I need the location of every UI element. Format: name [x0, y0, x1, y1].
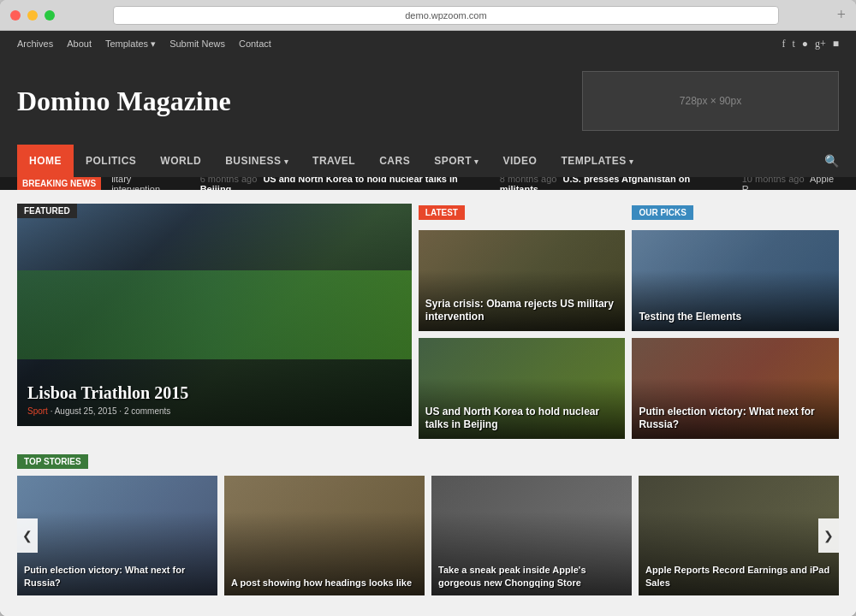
ticker-item-3: 8 months ago U.S. presses Afghanistan on…	[500, 177, 722, 190]
top-navigation: Archives About Templates ▾ Submit News C…	[0, 31, 856, 57]
submit-news-link[interactable]: Submit News	[169, 38, 225, 50]
site-header: Domino Magazine 728px × 90px	[0, 57, 856, 145]
carousel-next-button[interactable]: ❯	[818, 518, 839, 553]
nav-sport[interactable]: SPORT	[422, 145, 490, 177]
story-card-2[interactable]: A post showing how headings looks like	[224, 476, 425, 595]
ticker-item-2: 6 months ago US and North Korea to hold …	[200, 177, 479, 190]
nav-travel[interactable]: TRAVEL	[300, 145, 367, 177]
ticker-item-1: litary intervention	[111, 177, 180, 190]
ticker-item-4: 10 months ago Apple R	[742, 177, 839, 190]
carousel-prev-button[interactable]: ❮	[17, 518, 38, 553]
url-text: demo.wpzoom.com	[405, 10, 486, 21]
story-card-4[interactable]: Apple Reports Record Earnings and iPad S…	[639, 476, 839, 595]
latest-tag: LATEST	[419, 205, 465, 220]
featured-article[interactable]: FEATURED Lisboa Triathlon 2015 Sport · A…	[17, 204, 412, 426]
story-text-4: Apple Reports Record Earnings and iPad S…	[639, 557, 839, 595]
story-card-3[interactable]: Take a sneak peak inside Apple's gorgeou…	[431, 476, 632, 595]
featured-tag: FEATURED	[17, 204, 77, 218]
breaking-news-label: BREAKING NEWS	[17, 177, 101, 190]
nav-templates[interactable]: TEMPLATES	[549, 145, 645, 177]
latest-text-2: US and North Korea to hold nuclear talks…	[419, 399, 626, 439]
top-stories-tag: TOP STORIES	[17, 454, 88, 469]
nav-cars[interactable]: CARS	[367, 145, 422, 177]
twitter-icon[interactable]: t	[792, 38, 794, 50]
top-stories-section: TOP STORIES ❮ Putin election victory: Wh…	[17, 453, 839, 595]
googleplus-icon[interactable]: g+	[815, 38, 826, 50]
latest-article-1[interactable]: Syria crisis: Obama rejects US military …	[419, 230, 626, 331]
latest-column: LATEST Syria crisis: Obama rejects US mi…	[419, 204, 626, 439]
social-links: f t ● g+ ■	[782, 38, 839, 50]
main-content: FEATURED Lisboa Triathlon 2015 Sport · A…	[0, 190, 856, 616]
nav-business[interactable]: BUSINESS	[213, 145, 300, 177]
site-logo[interactable]: Domino Magazine	[17, 86, 231, 117]
ourpicks-column: OUR PICKS Testing the Elements	[632, 204, 839, 439]
nav-video[interactable]: VIDEO	[491, 145, 550, 177]
ourpicks-text-1: Testing the Elements	[632, 304, 839, 331]
new-tab-button[interactable]: +	[837, 6, 846, 24]
breaking-news-bar: BREAKING NEWS litary intervention 6 mont…	[0, 177, 856, 190]
instagram-icon[interactable]: ●	[802, 38, 808, 50]
ourpicks-article-2[interactable]: Putin election victory: What next for Ru…	[632, 338, 839, 439]
featured-meta: Sport · August 25, 2015 · 2 comments	[27, 406, 401, 416]
main-navigation: HOME POLITICS WORLD BUSINESS TRAVEL CARS…	[0, 145, 856, 177]
latest-article-2[interactable]: US and North Korea to hold nuclear talks…	[419, 338, 626, 439]
minimize-button[interactable]	[27, 10, 38, 21]
featured-caption: Lisboa Triathlon 2015 Sport · August 25,…	[17, 373, 412, 426]
contact-link[interactable]: Contact	[239, 38, 271, 50]
address-bar[interactable]: demo.wpzoom.com	[113, 6, 779, 25]
ourpicks-tag: OUR PICKS	[632, 205, 693, 220]
story-text-3: Take a sneak peak inside Apple's gorgeou…	[431, 557, 632, 595]
browser-titlebar: demo.wpzoom.com +	[0, 0, 856, 31]
rss-icon[interactable]: ■	[833, 38, 839, 50]
close-button[interactable]	[10, 10, 21, 21]
facebook-icon[interactable]: f	[782, 38, 785, 50]
nav-home[interactable]: HOME	[17, 145, 74, 177]
nav-politics[interactable]: POLITICS	[74, 145, 148, 177]
ourpicks-article-1[interactable]: Testing the Elements	[632, 230, 839, 331]
story-text-2: A post showing how headings looks like	[224, 570, 425, 595]
browser-content: Archives About Templates ▾ Submit News C…	[0, 31, 856, 616]
website: Archives About Templates ▾ Submit News C…	[0, 31, 856, 616]
featured-title[interactable]: Lisboa Triathlon 2015	[27, 383, 401, 403]
top-stories-carousel: ❮ Putin election victory: What next for …	[17, 476, 839, 595]
breaking-news-ticker: litary intervention 6 months ago US and …	[111, 177, 839, 190]
templates-link[interactable]: Templates ▾	[105, 38, 156, 50]
right-col-top: LATEST Syria crisis: Obama rejects US mi…	[419, 204, 839, 439]
about-link[interactable]: About	[67, 38, 92, 50]
right-column: LATEST Syria crisis: Obama rejects US mi…	[419, 204, 839, 439]
story-card-1[interactable]: Putin election victory: What next for Ru…	[17, 476, 217, 595]
story-text-1: Putin election victory: What next for Ru…	[17, 557, 217, 595]
search-icon[interactable]: 🔍	[824, 154, 839, 169]
latest-text-1: Syria crisis: Obama rejects US military …	[419, 291, 626, 331]
header-advertisement: 728px × 90px	[582, 71, 839, 131]
featured-row: FEATURED Lisboa Triathlon 2015 Sport · A…	[17, 204, 839, 439]
top-nav-links: Archives About Templates ▾ Submit News C…	[17, 38, 271, 50]
browser-window: demo.wpzoom.com + Archives About Templat…	[0, 0, 856, 616]
ourpicks-text-2: Putin election victory: What next for Ru…	[632, 399, 839, 439]
nav-world[interactable]: WORLD	[148, 145, 213, 177]
archives-link[interactable]: Archives	[17, 38, 53, 50]
maximize-button[interactable]	[45, 10, 55, 21]
